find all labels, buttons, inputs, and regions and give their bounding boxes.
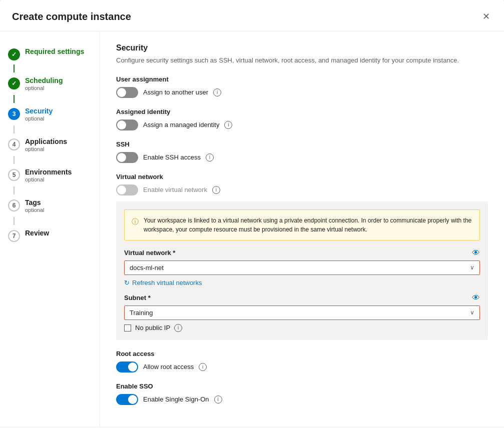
- vnet-dropdown-value: docs-ml-net: [130, 264, 164, 272]
- subnet-dropdown-chevron: ∨: [470, 309, 474, 316]
- ssh-group: SSH Enable SSH access i: [116, 140, 488, 163]
- vnet-field-row: Virtual network * 👁: [124, 248, 480, 258]
- ssh-label: SSH: [116, 140, 488, 148]
- root-access-toggle-label: Allow root access: [143, 363, 194, 370]
- vnet-dropdown[interactable]: docs-ml-net ∨: [124, 260, 480, 275]
- enable-sso-info-icon[interactable]: i: [214, 396, 222, 404]
- step-name-4: Applications: [25, 138, 67, 146]
- user-assignment-label: User assignment: [116, 76, 488, 83]
- no-public-ip-info-icon[interactable]: i: [174, 324, 182, 332]
- step-indicator-1: ✓: [8, 48, 20, 60]
- step-name-7: Review: [25, 229, 49, 237]
- sidebar: ✓ Required settings ✓ Scheduling optiona…: [0, 32, 100, 427]
- step-name-2: Scheduling: [25, 76, 63, 84]
- refresh-icon: ↻: [124, 279, 130, 286]
- vnet-dropdown-chevron: ∨: [470, 264, 474, 271]
- step-indicator-5: 5: [8, 169, 20, 181]
- step-sublabel-4: optional: [25, 146, 67, 152]
- ssh-info-icon[interactable]: i: [206, 154, 214, 162]
- section-desc: Configure security settings such as SSH,…: [116, 56, 488, 66]
- subnet-dropdown-value: Training: [130, 309, 153, 316]
- connector-1: [14, 64, 15, 72]
- user-assignment-toggle-row: Assign to another user i: [116, 87, 488, 98]
- dialog-title: Create compute instance: [12, 11, 131, 22]
- close-button[interactable]: ✕: [480, 10, 492, 23]
- root-access-info-icon[interactable]: i: [199, 363, 207, 371]
- assigned-identity-toggle-row: Assign a managed identity i: [116, 120, 488, 130]
- toggle-thumb: [117, 88, 126, 97]
- toggle-thumb-6: [128, 395, 137, 404]
- step-indicator-4: 4: [8, 138, 20, 150]
- refresh-vnet-link[interactable]: ↻ Refresh virtual networks: [124, 279, 480, 286]
- create-compute-dialog: Create compute instance ✕ ✓ Required set…: [0, 0, 504, 428]
- assigned-identity-info-icon[interactable]: i: [224, 121, 232, 129]
- virtual-network-group: Virtual network Enable virtual network i…: [116, 173, 488, 340]
- virtual-network-label: Virtual network: [116, 173, 488, 180]
- step-name-3: Security: [25, 107, 53, 115]
- dialog-body: ✓ Required settings ✓ Scheduling optiona…: [0, 32, 504, 427]
- vnet-toggle-row: Enable virtual network i: [116, 184, 488, 196]
- enable-sso-label: Enable SSO: [116, 382, 488, 390]
- toggle-thumb-4: [117, 186, 126, 194]
- user-assignment-toggle-label: Assign to another user: [143, 88, 208, 96]
- section-title: Security: [116, 44, 488, 52]
- root-access-toggle-row: Allow root access i: [116, 362, 488, 372]
- no-public-ip-label: No public IP: [135, 324, 170, 332]
- step-sublabel-3: optional: [25, 116, 53, 122]
- enable-sso-group: Enable SSO Enable Single Sign-On i: [116, 382, 488, 405]
- enable-sso-toggle-label: Enable Single Sign-On: [143, 396, 209, 403]
- vnet-toggle-label: Enable virtual network: [143, 186, 207, 194]
- step-name-6: Tags: [25, 198, 45, 206]
- no-public-ip-checkbox[interactable]: [124, 324, 131, 332]
- step-indicator-3: 3: [8, 108, 20, 120]
- info-banner-icon: ⓘ: [132, 216, 139, 234]
- sidebar-item-security[interactable]: 3 Security optional: [0, 103, 100, 126]
- step-name-1: Required settings: [25, 48, 84, 56]
- vnet-eye-icon[interactable]: 👁: [472, 248, 480, 258]
- subnet-eye-icon[interactable]: 👁: [472, 294, 480, 302]
- dialog-header: Create compute instance ✕: [0, 0, 504, 32]
- connector-3: [14, 126, 15, 134]
- subnet-field-row: Subnet * 👁: [124, 294, 480, 302]
- no-public-ip-row: No public IP i: [124, 324, 480, 332]
- sidebar-item-scheduling[interactable]: ✓ Scheduling optional: [0, 72, 100, 95]
- assigned-identity-toggle-label: Assign a managed identity: [143, 121, 219, 128]
- root-access-toggle[interactable]: [116, 362, 138, 372]
- toggle-thumb-3: [117, 153, 126, 162]
- vnet-dropdown-label: Virtual network *: [124, 249, 175, 256]
- step-sublabel-6: optional: [25, 207, 45, 213]
- main-content: Security Configure security settings suc…: [100, 32, 504, 427]
- root-access-label: Root access: [116, 350, 488, 358]
- sidebar-item-required-settings[interactable]: ✓ Required settings: [0, 44, 100, 64]
- user-assignment-info-icon[interactable]: i: [213, 88, 221, 96]
- enable-sso-toggle-row: Enable Single Sign-On i: [116, 394, 488, 405]
- connector-6: [14, 217, 15, 225]
- info-banner-text: Your workspace is linked to a virtual ne…: [144, 216, 472, 234]
- refresh-vnet-label: Refresh virtual networks: [132, 279, 202, 286]
- toggle-thumb-5: [128, 362, 137, 372]
- sidebar-item-environments[interactable]: 5 Environments optional: [0, 164, 100, 186]
- user-assignment-toggle[interactable]: [116, 87, 138, 98]
- step-indicator-7: 7: [8, 230, 20, 242]
- vnet-toggle[interactable]: [116, 184, 138, 196]
- info-banner: ⓘ Your workspace is linked to a virtual …: [124, 210, 480, 240]
- step-sublabel-2: optional: [25, 85, 63, 91]
- vnet-info-icon[interactable]: i: [212, 186, 220, 194]
- subnet-dropdown-label: Subnet *: [124, 294, 151, 302]
- connector-4: [14, 156, 15, 164]
- vnet-detail-section: ⓘ Your workspace is linked to a virtual …: [116, 202, 488, 340]
- ssh-toggle[interactable]: [116, 152, 138, 163]
- assigned-identity-label: Assigned identity: [116, 108, 488, 116]
- step-name-5: Environments: [25, 168, 72, 176]
- sidebar-item-applications[interactable]: 4 Applications optional: [0, 134, 100, 156]
- step-indicator-6: 6: [8, 200, 20, 212]
- user-assignment-group: User assignment Assign to another user i: [116, 76, 488, 98]
- step-indicator-2: ✓: [8, 78, 20, 90]
- sidebar-item-tags[interactable]: 6 Tags optional: [0, 194, 100, 217]
- subnet-dropdown[interactable]: Training ∨: [124, 306, 480, 320]
- step-sublabel-5: optional: [25, 176, 72, 182]
- enable-sso-toggle[interactable]: [116, 394, 138, 405]
- assigned-identity-group: Assigned identity Assign a managed ident…: [116, 108, 488, 130]
- assigned-identity-toggle[interactable]: [116, 120, 138, 130]
- sidebar-item-review[interactable]: 7 Review: [0, 225, 100, 246]
